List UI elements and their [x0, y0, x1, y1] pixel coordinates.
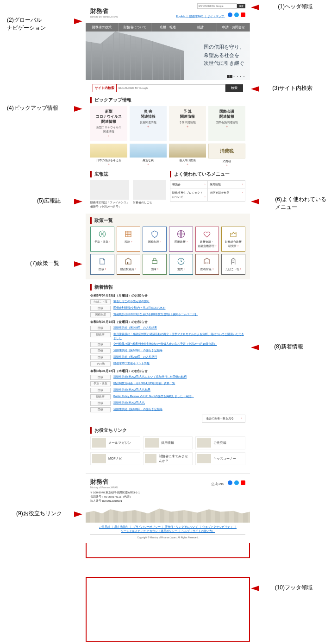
news-link[interactable]: 製造たばこの小売定価の認可 [113, 299, 245, 303]
news-more-link[interactable]: 過去の新着一覧を見る [202, 415, 245, 423]
facebook-icon[interactable] [228, 480, 232, 485]
header-links[interactable]: English ｜ 財務省FAQ ｜ サイトマップ [176, 15, 224, 18]
facebook-icon[interactable] [228, 13, 232, 17]
news-date: 令和3年04月15日（木曜日）のお知らせ [90, 369, 245, 373]
news-link[interactable]: 流動性供給（第269回）の入札発行 [113, 355, 245, 359]
useful-item[interactable]: 財務省に来てみませんか？ [143, 452, 193, 465]
news-link[interactable]: 流動性供給（第360回）の発行予定額等 [113, 407, 245, 411]
arrow-3 [251, 86, 259, 92]
annot-8: (8)新着情報 [274, 343, 303, 351]
news-tag: 国債 [90, 388, 111, 393]
gnav-item[interactable]: 統計 [184, 23, 217, 32]
useful-item[interactable]: 採用情報 [143, 436, 193, 449]
news-link[interactable]: 国債金利情報(令和3年4月16日)(CSV:2KB) [113, 306, 245, 310]
news-item: 財政研Public Policy Review Vol.17, No.1の論文を… [90, 394, 245, 399]
freq-item[interactable]: 採用情報 [208, 181, 245, 189]
policy-item[interactable]: 国有財産› [195, 254, 219, 275]
twitter-icon[interactable] [234, 480, 239, 485]
useful-item[interactable]: キッズコーナー [195, 452, 245, 465]
useful-item[interactable]: MOFナビ [90, 452, 140, 465]
news-link[interactable]: 流動性供給(第302回)入札において追加発行した国債の銘柄 [113, 375, 245, 379]
logo-sub: Ministry of Finance JAPAN [90, 15, 118, 18]
policy-item[interactable]: 財務総合政策 研究所› [221, 227, 245, 252]
pickup-card[interactable]: 災 害 関連情報災害関連情報+ [130, 106, 167, 141]
arrow-8 [251, 345, 259, 350]
gnav-item[interactable]: 広報・報道 [151, 23, 184, 32]
useful-item[interactable]: メールマガジン [90, 436, 140, 449]
freq-item[interactable]: 審議会 [170, 181, 208, 189]
policy-item[interactable]: 予算・決算› [90, 227, 114, 252]
useful-thumb [197, 438, 211, 448]
news-link[interactable]: 財政制度分科会（令和3年4月15日開催）資料一覧 [113, 381, 245, 385]
pickup-tile[interactable]: 日本の財政を考える+ [90, 144, 127, 166]
policy-item[interactable]: たばこ・塩› [221, 254, 245, 275]
freq-menu-section: よく使われているメニュー 審議会 採用情報 財務省再生プロジェクト について 大… [170, 171, 246, 209]
hero-pager[interactable]: 1• • • • [227, 75, 244, 78]
magazine-item[interactable]: 財務省のしごと [133, 180, 166, 209]
gnav-item[interactable]: 申請・お問合せ [217, 23, 250, 32]
twitter-icon[interactable] [234, 13, 239, 17]
news-item: 国債流動性供給(第302回)入札 [90, 401, 245, 406]
arrow-7 [74, 261, 82, 267]
pickup-card[interactable]: 国際会議 関連情報国際会議関連情報+ [208, 106, 245, 141]
useful-thumb [197, 454, 211, 463]
news-link[interactable]: 流動性供給(第302回)入札結果 [113, 388, 245, 392]
pickup-tile[interactable]: 個人向け国債+ [169, 144, 206, 166]
pickup-card[interactable]: 新型 コロナウイルス 関連情報新型コロナウイルス 関連情報+ [90, 106, 127, 141]
policy-section: 政策一覧 予算・決算›税制›関税制度›国際政策›政策金融・ 金融危機管理›財務総… [86, 214, 250, 279]
gnav-item[interactable]: 財務省について [119, 23, 151, 32]
arrow-6 [251, 199, 259, 204]
policy-item[interactable]: 関税制度› [143, 227, 167, 252]
footer: 財務省 Ministry of Finance JAPAN 公式SNS 〒100… [86, 474, 250, 543]
gnav-item[interactable]: 財務省の政策 [86, 23, 119, 32]
news-link[interactable]: 流動性供給(第302回)入札 [113, 401, 245, 405]
youtube-icon[interactable] [241, 480, 245, 485]
annot-9: (9)お役立ちリンク [16, 510, 62, 518]
freq-item[interactable]: 財務省再生プロジェクト について [170, 189, 208, 202]
global-nav: 財務省の政策 財務省について 広報・報道 統計 申請・お問合せ [86, 23, 250, 32]
news-link[interactable]: 流動性供給（第360回）の発行予定額等 [113, 348, 245, 353]
news-item: 国債流動性供給（第309回）の入札結果 [90, 326, 245, 331]
policy-item[interactable]: 政策金融・ 金融危機管理› [195, 227, 219, 252]
policy-item[interactable]: 財政投融資› [117, 254, 141, 275]
news-tag: 国債 [90, 401, 111, 406]
pickup-tile[interactable]: 消費税消費税+ [208, 144, 245, 166]
useful-thumb [92, 438, 106, 448]
policy-item[interactable]: 国際政策› [169, 227, 193, 252]
useful-item[interactable]: ご意見箱 [195, 436, 245, 449]
site-search-button[interactable]: 検索 [225, 84, 243, 92]
pickup-tile[interactable]: 身近な税+ [130, 144, 167, 166]
news-link[interactable]: 例月委員様に「感染症対策と経済活動の両立：医学マクロモデルによる分析」等について… [113, 332, 245, 341]
pickup-card[interactable]: 予 算 関連情報予算関連情報+ [169, 106, 206, 141]
policy-item[interactable]: 国庫› [143, 254, 167, 275]
news-date: 令和3年04月19日（月曜日）のお知らせ [90, 293, 245, 298]
youtube-icon[interactable] [241, 13, 245, 17]
annot-5: (5)広報誌 [37, 197, 61, 205]
policy-item[interactable]: 税制› [117, 227, 141, 252]
header-search-button[interactable]: 検索 [237, 4, 245, 8]
freq-item[interactable]: 大臣等記者会見 [208, 189, 245, 202]
news-link[interactable]: Public Policy Review Vol.17, No.1の論文を掲載し… [113, 394, 245, 398]
news-tag: 財政研 [90, 332, 111, 337]
policy-item[interactable]: 国債› [90, 254, 114, 275]
news-link[interactable]: 流動性供給（第309回）の入札結果 [113, 326, 245, 330]
news-link[interactable]: 財務省本庁主催イベント情報 [113, 361, 245, 366]
news-link[interactable]: 交付税及び譲与税配付金特別会計の一時借入金の入札予定（令和3年4月19日公表） [113, 342, 245, 346]
copyright: Copyright © Ministry of Finance Japan. A… [90, 535, 245, 540]
annot-2: (2)グローバル ナビゲーション [7, 16, 46, 32]
policy-heading: 政策一覧 [90, 217, 245, 224]
annot-6: (6)よく使われている メニュー [275, 196, 326, 211]
header-search-input[interactable] [197, 3, 237, 9]
news-tag: 予算・決算 [90, 381, 111, 386]
magazines-section: 広報誌 財務省広報誌「ファイナンス」 最新号（令和2年4月号） 財務省のしごと [90, 171, 166, 209]
annot-7: (7)政策一覧 [30, 259, 59, 267]
useful-thumb [145, 454, 156, 463]
site-search-input[interactable] [117, 84, 225, 92]
news-link[interactable]: 貿易統計(令和3年3月分及び令和2年度分速報)【税関ホームページ】 [113, 312, 245, 316]
magazine-item[interactable]: 財務省広報誌「ファイナンス」 最新号（令和2年4月号） [90, 180, 129, 209]
news-tag: 財政研 [90, 394, 111, 399]
site-search: サイト内検索 検索 [93, 84, 243, 92]
news-item: 国債流動性供給(第302回)入札結果 [90, 388, 245, 393]
policy-item[interactable]: 通貨› [169, 254, 193, 275]
footer-links[interactable]: ご意見箱 ｜ 所在地案内 ｜ プライバシーポリシー ｜ 著作権・リンク等について… [90, 523, 245, 535]
